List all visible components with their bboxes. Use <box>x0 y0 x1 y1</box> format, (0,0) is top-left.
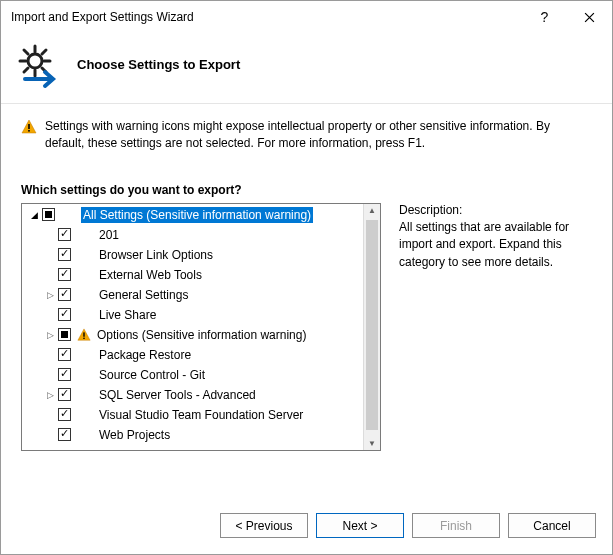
previous-button[interactable]: < Previous <box>220 513 308 538</box>
tree-item-label: 201 <box>97 227 121 243</box>
tree-item[interactable]: Live Share <box>22 305 363 325</box>
warning-text: Settings with warning icons might expose… <box>45 118 592 153</box>
expand-icon[interactable]: ▷ <box>44 389 56 401</box>
close-icon <box>584 12 595 23</box>
warning-icon <box>21 119 37 135</box>
tree-item[interactable]: ◢All Settings (Sensitive information war… <box>22 205 363 225</box>
scroll-thumb[interactable] <box>366 220 378 430</box>
tree-checkbox[interactable] <box>58 228 71 241</box>
tree-checkbox[interactable] <box>58 288 71 301</box>
tree-item[interactable]: ▷SQL Server Tools - Advanced <box>22 385 363 405</box>
description-title: Description: <box>399 203 592 217</box>
tree-checkbox[interactable] <box>58 368 71 381</box>
tree-checkbox[interactable] <box>58 428 71 441</box>
tree-checkbox[interactable] <box>58 388 71 401</box>
svg-rect-3 <box>83 332 84 336</box>
tree-checkbox[interactable] <box>42 208 55 221</box>
tree-item[interactable]: Web Projects <box>22 425 363 445</box>
wizard-footer: < Previous Next > Finish Cancel <box>1 499 612 554</box>
gear-arrow-icon <box>13 39 63 89</box>
cancel-button[interactable]: Cancel <box>508 513 596 538</box>
close-button[interactable] <box>567 2 612 32</box>
description-text: All settings that are available for impo… <box>399 219 592 271</box>
next-button[interactable]: Next > <box>316 513 404 538</box>
scroll-down-icon[interactable]: ▼ <box>368 439 376 448</box>
expand-spacer <box>44 249 56 261</box>
titlebar: Import and Export Settings Wizard ? <box>1 1 612 33</box>
tree-item-label: General Settings <box>97 287 190 303</box>
expand-icon[interactable]: ▷ <box>44 329 56 341</box>
tree-scrollbar[interactable]: ▲ ▼ <box>363 204 380 450</box>
tree-checkbox[interactable] <box>58 348 71 361</box>
tree-checkbox[interactable] <box>58 268 71 281</box>
expand-spacer <box>44 269 56 281</box>
expand-spacer <box>44 309 56 321</box>
tree-item[interactable]: ▷Options (Sensitive information warning) <box>22 325 363 345</box>
tree-item-label: Package Restore <box>97 347 193 363</box>
tree-item[interactable]: Visual Studio Team Foundation Server <box>22 405 363 425</box>
tree-item-label: Visual Studio Team Foundation Server <box>97 407 305 423</box>
tree-item[interactable]: 201 <box>22 225 363 245</box>
tree-item[interactable]: Package Restore <box>22 345 363 365</box>
scroll-up-icon[interactable]: ▲ <box>368 206 376 215</box>
tree-item[interactable]: Browser Link Options <box>22 245 363 265</box>
collapse-icon[interactable]: ◢ <box>28 209 40 221</box>
wizard-window: Import and Export Settings Wizard ? Choo… <box>0 0 613 555</box>
question-label: Which settings do you want to export? <box>1 159 612 203</box>
page-title: Choose Settings to Export <box>77 57 240 72</box>
tree-item[interactable]: External Web Tools <box>22 265 363 285</box>
finish-button: Finish <box>412 513 500 538</box>
description-panel: Description: All settings that are avail… <box>399 203 592 451</box>
expand-icon[interactable]: ▷ <box>44 289 56 301</box>
tree-item-label: Source Control - Git <box>97 367 207 383</box>
tree-item-label: Browser Link Options <box>97 247 215 263</box>
tree-item[interactable]: ▷General Settings <box>22 285 363 305</box>
expand-spacer <box>44 409 56 421</box>
expand-spacer <box>44 349 56 361</box>
tree-item-label: SQL Server Tools - Advanced <box>97 387 258 403</box>
warning-banner: Settings with warning icons might expose… <box>1 104 612 159</box>
expand-spacer <box>44 369 56 381</box>
settings-tree[interactable]: ◢All Settings (Sensitive information war… <box>21 203 381 451</box>
wizard-icon <box>13 39 63 89</box>
tree-item-label: Options (Sensitive information warning) <box>95 327 308 343</box>
svg-rect-1 <box>28 124 30 129</box>
tree-checkbox[interactable] <box>58 328 71 341</box>
window-title: Import and Export Settings Wizard <box>11 10 194 24</box>
expand-spacer <box>44 429 56 441</box>
tree-item-label: External Web Tools <box>97 267 204 283</box>
expand-spacer <box>44 229 56 241</box>
warning-icon <box>77 328 91 342</box>
tree-item-label: Web Projects <box>97 427 172 443</box>
svg-point-0 <box>28 54 42 68</box>
tree-item-label: All Settings (Sensitive information warn… <box>81 207 313 223</box>
svg-rect-4 <box>83 337 84 338</box>
tree-checkbox[interactable] <box>58 308 71 321</box>
svg-rect-2 <box>28 130 30 132</box>
tree-item[interactable]: Source Control - Git <box>22 365 363 385</box>
help-button[interactable]: ? <box>522 2 567 32</box>
tree-checkbox[interactable] <box>58 248 71 261</box>
wizard-header: Choose Settings to Export <box>1 33 612 104</box>
tree-item-label: Live Share <box>97 307 158 323</box>
tree-checkbox[interactable] <box>58 408 71 421</box>
